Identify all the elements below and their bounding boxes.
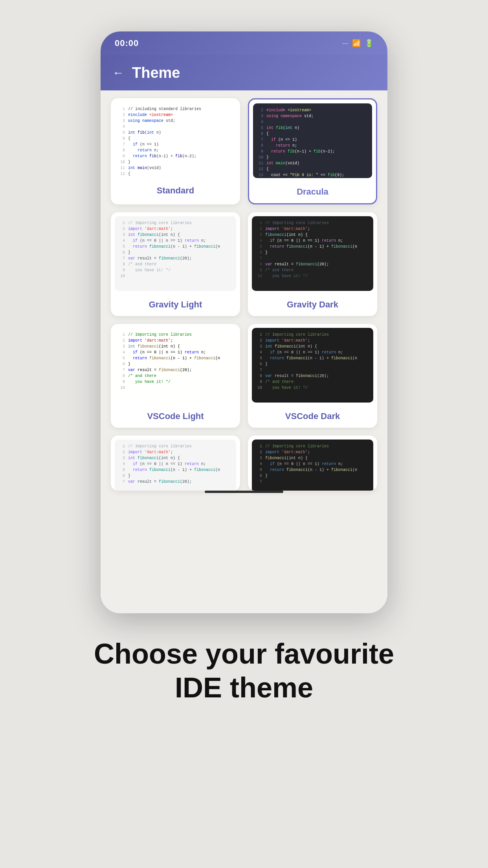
theme-preview-7: 1// Importing core libraries 2import 'da… [115,440,236,491]
tagline-line1: Choose your favourite [94,637,394,671]
theme-grid: 1// including standard libraries 2#inclu… [111,98,377,491]
tagline: Choose your favourite IDE theme [62,637,426,705]
theme-preview-standard: 1// including standard libraries 2#inclu… [115,102,236,177]
theme-card-gravity-light[interactable]: 1// Importing core libraries 2import 'da… [111,212,240,316]
theme-label-vscode-light: VSCode Light [111,406,240,428]
theme-preview-gravity-light: 1// Importing core libraries 2import 'da… [115,216,236,291]
code-preview-gravity-light: 1// Importing core libraries 2import 'da… [115,216,236,291]
back-button[interactable]: ← [112,66,124,79]
theme-preview-8: 1// Importing core libraries 2import 'da… [252,440,373,491]
code-preview-vscode-dark: 1// Importing core libraries 2import 'da… [252,328,373,403]
page-title: Theme [132,64,180,81]
theme-card-gravity-dark[interactable]: 1// Importing core libraries 2import 'da… [248,212,377,316]
theme-card-dracula[interactable]: 2#include <iostream> 3using namespace st… [248,98,377,204]
theme-label-standard: Standard [111,181,240,202]
theme-preview-vscode-light: 1// Importing core libraries 2import 'da… [115,328,236,403]
theme-card-vscode-light[interactable]: 1// Importing core libraries 2import 'da… [111,324,240,428]
home-indicator [205,491,283,493]
theme-label-dracula: Dracula [249,182,376,203]
code-preview-standard: 1// including standard libraries 2#inclu… [115,102,236,177]
code-preview-vscode-light: 1// Importing core libraries 2import 'da… [115,328,236,403]
status-bar: 00:00 ··· 📶 🔋 [101,31,387,55]
theme-content: 1// including standard libraries 2#inclu… [101,90,387,613]
tagline-line2: IDE theme [94,671,394,704]
theme-card-8[interactable]: 1// Importing core libraries 2import 'da… [248,436,377,491]
status-time: 00:00 [115,38,139,48]
theme-label-gravity-light: Gravity Light [111,295,240,316]
theme-preview-vscode-dark: 1// Importing core libraries 2import 'da… [252,328,373,403]
code-preview-8: 1// Importing core libraries 2import 'da… [252,440,373,491]
code-preview-7: 1// Importing core libraries 2import 'da… [115,440,236,491]
phone-frame: 00:00 ··· 📶 🔋 ← Theme 1// including stan… [101,31,387,613]
theme-label-vscode-dark: VSCode Dark [248,406,377,428]
theme-label-gravity-dark: Gravity Dark [248,295,377,316]
status-icons: ··· 📶 🔋 [342,39,373,48]
theme-card-7[interactable]: 1// Importing core libraries 2import 'da… [111,436,240,491]
theme-card-standard[interactable]: 1// including standard libraries 2#inclu… [111,98,240,204]
header: ← Theme [101,55,387,90]
wifi-icon: 📶 [352,39,361,48]
theme-card-vscode-dark[interactable]: 1// Importing core libraries 2import 'da… [248,324,377,428]
code-preview-dracula: 2#include <iostream> 3using namespace st… [253,103,372,178]
battery-icon: 🔋 [365,39,373,48]
signal-icon: ··· [342,39,348,48]
theme-preview-dracula: 2#include <iostream> 3using namespace st… [253,103,372,178]
theme-preview-gravity-dark: 1// Importing core libraries 2import 'da… [252,216,373,291]
code-preview-gravity-dark: 1// Importing core libraries 2import 'da… [252,216,373,291]
